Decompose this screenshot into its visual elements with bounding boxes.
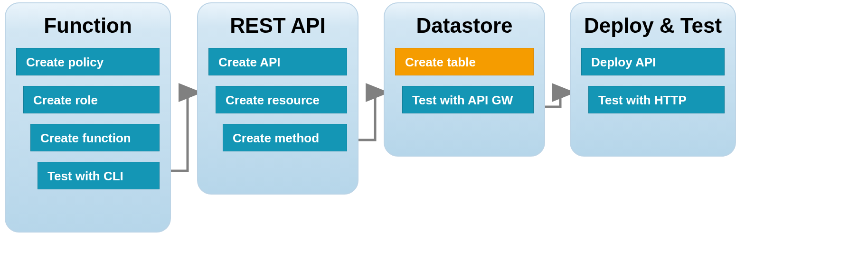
card-rest-api: REST APICreate APICreate resourceCreate … [197, 2, 359, 195]
card-deploy-test: Deploy & TestDeploy APITest with HTTP [570, 2, 736, 157]
card-title: Datastore [395, 14, 534, 37]
card-function: FunctionCreate policyCreate roleCreate f… [5, 2, 171, 233]
step-create-table: Create table [395, 48, 534, 75]
step-create-policy: Create policy [16, 48, 160, 75]
step-test-with-api-gw: Test with API GW [402, 86, 534, 113]
card-title: Deploy & Test [581, 14, 725, 37]
connector-arrow-1 [359, 93, 385, 140]
step-create-method: Create method [223, 124, 347, 151]
step-deploy-api: Deploy API [581, 48, 725, 75]
step-create-api: Create API [208, 48, 347, 75]
step-create-resource: Create resource [216, 86, 347, 113]
card-title: REST API [208, 14, 347, 37]
connector-arrow-0 [171, 93, 198, 171]
step-create-role: Create role [23, 86, 160, 113]
connector-arrow-2 [545, 93, 571, 107]
card-datastore: DatastoreCreate tableTest with API GW [384, 2, 545, 157]
step-create-function: Create function [30, 124, 160, 151]
card-title: Function [16, 14, 160, 37]
step-test-with-http: Test with HTTP [588, 86, 725, 113]
step-test-with-cli: Test with CLI [38, 162, 160, 189]
